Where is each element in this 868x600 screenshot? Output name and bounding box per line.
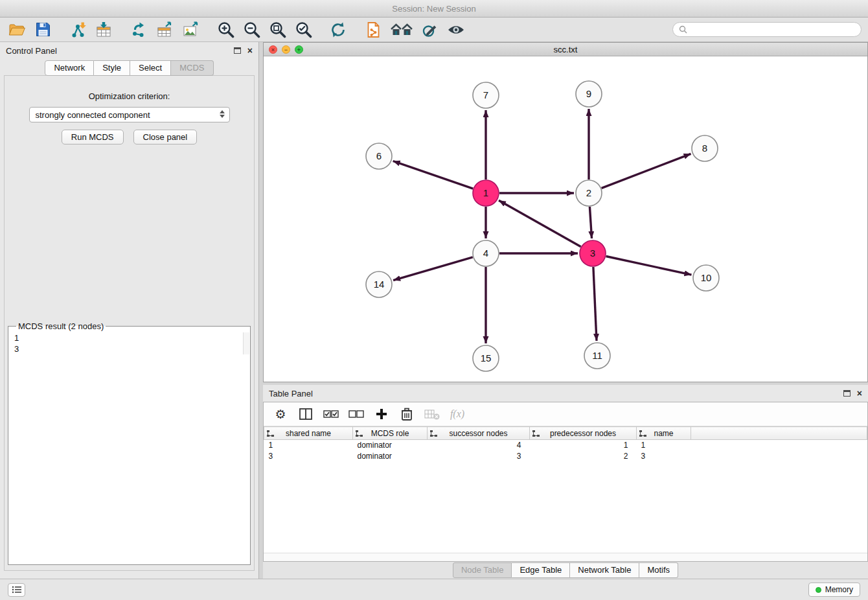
result-scrollbar[interactable] bbox=[243, 332, 249, 354]
column-header-predecessor-nodes[interactable]: predecessor nodes bbox=[530, 427, 637, 440]
table-cell[interactable]: 1 bbox=[264, 440, 353, 451]
edge-3-11[interactable] bbox=[593, 267, 597, 341]
float-table-panel-icon[interactable] bbox=[843, 390, 851, 397]
tab-mcds[interactable]: MCDS bbox=[171, 60, 213, 76]
style-pencil-icon bbox=[422, 21, 439, 38]
edge-2-8[interactable] bbox=[602, 154, 691, 188]
session-tool-group bbox=[6, 20, 53, 40]
delete-table-button[interactable] bbox=[424, 406, 440, 422]
import-tool-group bbox=[67, 20, 114, 40]
network-document-button[interactable] bbox=[363, 20, 383, 40]
toolbar-search[interactable] bbox=[672, 22, 862, 37]
svg-text:11: 11 bbox=[592, 350, 602, 361]
graph-node-10[interactable]: 10 bbox=[693, 265, 719, 291]
table-cell[interactable]: 4 bbox=[428, 440, 530, 451]
tab-network[interactable]: Network bbox=[45, 60, 94, 76]
zoom-in-button[interactable] bbox=[215, 20, 236, 40]
column-header-shared-name[interactable]: shared name bbox=[264, 427, 353, 440]
export-table-button[interactable] bbox=[154, 20, 175, 40]
graph-node-15[interactable]: 15 bbox=[473, 345, 499, 371]
table-tab-network-table[interactable]: Network Table bbox=[570, 562, 639, 578]
graph-node-7[interactable]: 7 bbox=[473, 82, 499, 108]
deselect-all-button[interactable] bbox=[348, 406, 364, 422]
network-window-titlebar: × − + scc.txt bbox=[264, 43, 867, 56]
table-cell[interactable]: 3 bbox=[264, 451, 353, 462]
column-header-name[interactable]: name bbox=[637, 427, 691, 440]
table-tab-node-table[interactable]: Node Table bbox=[453, 562, 512, 578]
table-tab-edge-table[interactable]: Edge Table bbox=[512, 562, 570, 578]
save-session-button[interactable] bbox=[32, 20, 53, 40]
style-edit-button[interactable] bbox=[420, 20, 440, 40]
edge-2-3[interactable] bbox=[589, 207, 591, 238]
zoom-fit-button[interactable] bbox=[267, 20, 288, 40]
close-panel-button[interactable]: Close panel bbox=[133, 130, 198, 144]
graph-node-9[interactable]: 9 bbox=[576, 81, 602, 107]
mcds-result-title: MCDS result (2 nodes) bbox=[16, 321, 106, 331]
minimize-window-icon[interactable]: − bbox=[282, 45, 290, 54]
search-input[interactable] bbox=[691, 25, 855, 34]
gear-icon: ⚙ bbox=[275, 407, 286, 421]
eye-icon bbox=[447, 23, 465, 36]
export-image-button[interactable] bbox=[180, 20, 201, 40]
table-cell[interactable]: dominator bbox=[353, 451, 428, 462]
close-window-icon[interactable]: × bbox=[269, 45, 277, 54]
optimization-criterion-select[interactable]: strongly connected component bbox=[29, 107, 230, 122]
run-mcds-button[interactable]: Run MCDS bbox=[62, 130, 124, 144]
edge-3-1[interactable] bbox=[499, 200, 581, 246]
tab-select[interactable]: Select bbox=[130, 60, 171, 76]
edge-3-10[interactable] bbox=[606, 257, 692, 275]
graph-node-6[interactable]: 6 bbox=[366, 143, 392, 169]
network-canvas[interactable]: 7968124310141511 bbox=[264, 56, 867, 382]
table-cell[interactable]: 3 bbox=[428, 451, 530, 462]
table-settings-button[interactable]: ⚙ bbox=[273, 406, 288, 422]
mcds-result-box: MCDS result (2 nodes) 13 bbox=[8, 321, 251, 565]
column-header-MCDS-role[interactable]: MCDS role bbox=[353, 427, 428, 440]
import-table-button[interactable] bbox=[93, 20, 114, 40]
tab-style[interactable]: Style bbox=[94, 60, 130, 76]
open-session-button[interactable] bbox=[6, 20, 27, 40]
graph-node-14[interactable]: 14 bbox=[366, 271, 392, 297]
table-cell[interactable]: dominator bbox=[353, 440, 428, 451]
graph-node-3[interactable]: 3 bbox=[580, 240, 606, 266]
svg-text:14: 14 bbox=[374, 279, 385, 290]
panel-list-button[interactable] bbox=[8, 583, 25, 597]
graph-node-4[interactable]: 4 bbox=[473, 240, 499, 266]
close-panel-icon[interactable]: × bbox=[247, 47, 253, 54]
graph-node-2[interactable]: 2 bbox=[576, 180, 602, 206]
table-row[interactable]: 3dominator323 bbox=[264, 451, 867, 462]
close-table-panel-icon[interactable]: × bbox=[857, 389, 862, 397]
table-cell[interactable]: 2 bbox=[530, 451, 637, 462]
export-network-icon bbox=[130, 21, 147, 38]
memory-button[interactable]: Memory bbox=[808, 583, 860, 597]
table-cell[interactable]: 3 bbox=[637, 451, 691, 462]
home-button[interactable] bbox=[389, 20, 415, 40]
show-graphics-button[interactable] bbox=[446, 20, 466, 40]
function-builder-button[interactable]: f(x) bbox=[450, 406, 465, 422]
edge-4-14[interactable] bbox=[393, 257, 473, 281]
import-network-button[interactable] bbox=[67, 20, 88, 40]
zoom-out-button[interactable] bbox=[241, 20, 262, 40]
graph-node-1[interactable]: 1 bbox=[473, 180, 499, 206]
table-hscrollbar[interactable] bbox=[264, 553, 867, 561]
float-panel-icon[interactable] bbox=[234, 47, 241, 54]
add-column-button[interactable] bbox=[374, 406, 389, 422]
table-cell[interactable]: 1 bbox=[530, 440, 637, 451]
svg-text:10: 10 bbox=[701, 272, 712, 283]
column-header-successor-nodes[interactable]: successor nodes bbox=[428, 427, 530, 440]
delete-column-button[interactable] bbox=[399, 406, 415, 422]
maximize-window-icon[interactable]: + bbox=[295, 45, 303, 54]
svg-text:6: 6 bbox=[376, 150, 382, 161]
refresh-view-button[interactable] bbox=[328, 20, 348, 40]
edge-1-6[interactable] bbox=[393, 161, 474, 189]
select-all-button[interactable] bbox=[323, 406, 339, 422]
column-label: shared name bbox=[286, 429, 331, 438]
graph-node-8[interactable]: 8 bbox=[692, 135, 718, 161]
table-row[interactable]: 1dominator411 bbox=[264, 440, 867, 451]
show-columns-button[interactable] bbox=[298, 406, 314, 422]
table-tab-motifs[interactable]: Motifs bbox=[639, 562, 678, 578]
export-table-icon bbox=[156, 21, 173, 38]
export-network-button[interactable] bbox=[128, 20, 149, 40]
graph-node-11[interactable]: 11 bbox=[584, 343, 610, 369]
table-cell[interactable]: 1 bbox=[637, 440, 691, 451]
zoom-selected-button[interactable] bbox=[293, 20, 314, 40]
